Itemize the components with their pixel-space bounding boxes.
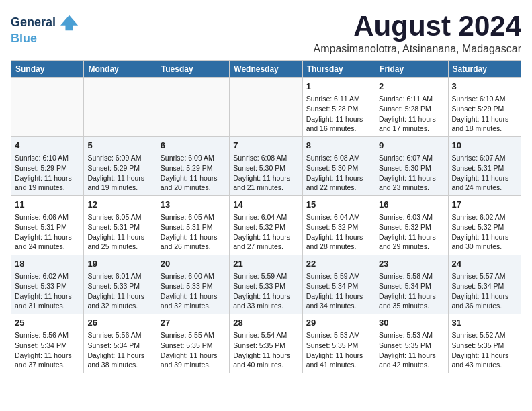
calendar-cell: 7Sunrise: 6:08 AMSunset: 5:30 PMDaylight… bbox=[230, 137, 302, 196]
day-info: Sunrise: 6:02 AMSunset: 5:32 PMDaylight:… bbox=[452, 212, 517, 252]
day-number: 14 bbox=[233, 199, 298, 211]
calendar-cell: 12Sunrise: 6:05 AMSunset: 5:31 PMDayligh… bbox=[84, 196, 157, 255]
day-number: 12 bbox=[87, 199, 152, 211]
day-number: 9 bbox=[379, 140, 444, 152]
logo: General Blue bbox=[11, 13, 79, 46]
day-info: Sunrise: 6:07 AMSunset: 5:31 PMDaylight:… bbox=[452, 153, 517, 193]
weekday-header-row: SundayMondayTuesdayWednesdayThursdayFrid… bbox=[11, 61, 521, 78]
calendar-cell: 10Sunrise: 6:07 AMSunset: 5:31 PMDayligh… bbox=[448, 137, 521, 196]
weekday-thursday: Thursday bbox=[302, 61, 375, 78]
day-number: 7 bbox=[233, 140, 298, 152]
weekday-friday: Friday bbox=[375, 61, 448, 78]
month-title: August 2024 bbox=[313, 11, 521, 42]
calendar-cell: 5Sunrise: 6:09 AMSunset: 5:29 PMDaylight… bbox=[84, 137, 157, 196]
calendar-cell: 13Sunrise: 6:05 AMSunset: 5:31 PMDayligh… bbox=[157, 196, 229, 255]
calendar-cell: 16Sunrise: 6:03 AMSunset: 5:32 PMDayligh… bbox=[375, 196, 448, 255]
day-info: Sunrise: 5:54 AMSunset: 5:35 PMDaylight:… bbox=[233, 330, 298, 370]
week-row-3: 11Sunrise: 6:06 AMSunset: 5:31 PMDayligh… bbox=[11, 196, 521, 255]
day-number: 2 bbox=[379, 81, 444, 93]
day-number: 4 bbox=[15, 140, 80, 152]
calendar-cell: 18Sunrise: 6:02 AMSunset: 5:33 PMDayligh… bbox=[11, 255, 84, 314]
day-number: 11 bbox=[15, 199, 80, 211]
day-number: 17 bbox=[452, 199, 517, 211]
calendar-cell: 20Sunrise: 6:00 AMSunset: 5:33 PMDayligh… bbox=[157, 255, 229, 314]
day-number: 26 bbox=[87, 317, 152, 329]
day-info: Sunrise: 6:04 AMSunset: 5:32 PMDaylight:… bbox=[306, 212, 371, 252]
day-info: Sunrise: 6:02 AMSunset: 5:33 PMDaylight:… bbox=[15, 271, 80, 311]
day-number: 22 bbox=[306, 258, 371, 270]
day-info: Sunrise: 6:10 AMSunset: 5:29 PMDaylight:… bbox=[452, 94, 517, 134]
calendar-cell: 21Sunrise: 5:59 AMSunset: 5:33 PMDayligh… bbox=[230, 255, 302, 314]
week-row-5: 25Sunrise: 5:56 AMSunset: 5:34 PMDayligh… bbox=[11, 314, 521, 373]
weekday-saturday: Saturday bbox=[448, 61, 521, 78]
calendar-cell bbox=[11, 78, 84, 137]
calendar-cell bbox=[84, 78, 157, 137]
day-number: 20 bbox=[161, 258, 226, 270]
weekday-tuesday: Tuesday bbox=[157, 61, 229, 78]
day-info: Sunrise: 6:01 AMSunset: 5:33 PMDaylight:… bbox=[87, 271, 152, 311]
day-number: 8 bbox=[306, 140, 371, 152]
svg-marker-0 bbox=[60, 15, 78, 30]
day-number: 15 bbox=[306, 199, 371, 211]
day-info: Sunrise: 6:08 AMSunset: 5:30 PMDaylight:… bbox=[306, 153, 371, 193]
calendar-cell: 14Sunrise: 6:04 AMSunset: 5:32 PMDayligh… bbox=[230, 196, 302, 255]
calendar-cell: 27Sunrise: 5:55 AMSunset: 5:35 PMDayligh… bbox=[157, 314, 229, 373]
day-info: Sunrise: 6:04 AMSunset: 5:32 PMDaylight:… bbox=[233, 212, 298, 252]
day-number: 6 bbox=[161, 140, 226, 152]
weekday-sunday: Sunday bbox=[11, 61, 84, 78]
page-header: General Blue August 2024 Ampasimanolotra… bbox=[11, 11, 521, 55]
calendar-body: 1Sunrise: 6:11 AMSunset: 5:28 PMDaylight… bbox=[11, 78, 521, 373]
calendar-cell: 28Sunrise: 5:54 AMSunset: 5:35 PMDayligh… bbox=[230, 314, 302, 373]
day-info: Sunrise: 6:09 AMSunset: 5:29 PMDaylight:… bbox=[161, 153, 226, 193]
day-number: 18 bbox=[15, 258, 80, 270]
day-number: 30 bbox=[379, 317, 444, 329]
day-info: Sunrise: 6:09 AMSunset: 5:29 PMDaylight:… bbox=[87, 153, 152, 193]
day-info: Sunrise: 6:11 AMSunset: 5:28 PMDaylight:… bbox=[379, 94, 444, 134]
calendar-cell: 1Sunrise: 6:11 AMSunset: 5:28 PMDaylight… bbox=[302, 78, 375, 137]
day-number: 1 bbox=[306, 81, 371, 93]
calendar-cell: 15Sunrise: 6:04 AMSunset: 5:32 PMDayligh… bbox=[302, 196, 375, 255]
day-info: Sunrise: 6:07 AMSunset: 5:30 PMDaylight:… bbox=[379, 153, 444, 193]
day-number: 24 bbox=[452, 258, 517, 270]
weekday-monday: Monday bbox=[84, 61, 157, 78]
location-title: Ampasimanolotra, Atsinanana, Madagascar bbox=[313, 43, 521, 55]
calendar-cell: 23Sunrise: 5:58 AMSunset: 5:34 PMDayligh… bbox=[375, 255, 448, 314]
day-info: Sunrise: 6:00 AMSunset: 5:33 PMDaylight:… bbox=[161, 271, 226, 311]
calendar-cell: 29Sunrise: 5:53 AMSunset: 5:35 PMDayligh… bbox=[302, 314, 375, 373]
day-info: Sunrise: 6:05 AMSunset: 5:31 PMDaylight:… bbox=[87, 212, 152, 252]
week-row-1: 1Sunrise: 6:11 AMSunset: 5:28 PMDaylight… bbox=[11, 78, 521, 137]
day-info: Sunrise: 5:52 AMSunset: 5:35 PMDaylight:… bbox=[452, 330, 517, 370]
day-number: 29 bbox=[306, 317, 371, 329]
day-info: Sunrise: 6:05 AMSunset: 5:31 PMDaylight:… bbox=[161, 212, 226, 252]
calendar-cell: 4Sunrise: 6:10 AMSunset: 5:29 PMDaylight… bbox=[11, 137, 84, 196]
calendar-cell: 31Sunrise: 5:52 AMSunset: 5:35 PMDayligh… bbox=[448, 314, 521, 373]
day-number: 10 bbox=[452, 140, 517, 152]
day-info: Sunrise: 5:55 AMSunset: 5:35 PMDaylight:… bbox=[161, 330, 226, 370]
day-info: Sunrise: 5:58 AMSunset: 5:34 PMDaylight:… bbox=[379, 271, 444, 311]
day-number: 31 bbox=[452, 317, 517, 329]
calendar-cell bbox=[157, 78, 229, 137]
calendar-cell: 11Sunrise: 6:06 AMSunset: 5:31 PMDayligh… bbox=[11, 196, 84, 255]
day-info: Sunrise: 5:59 AMSunset: 5:34 PMDaylight:… bbox=[306, 271, 371, 311]
calendar-cell: 6Sunrise: 6:09 AMSunset: 5:29 PMDaylight… bbox=[157, 137, 229, 196]
calendar-cell: 9Sunrise: 6:07 AMSunset: 5:30 PMDaylight… bbox=[375, 137, 448, 196]
week-row-2: 4Sunrise: 6:10 AMSunset: 5:29 PMDaylight… bbox=[11, 137, 521, 196]
logo-icon bbox=[60, 13, 79, 32]
day-number: 21 bbox=[233, 258, 298, 270]
day-info: Sunrise: 6:08 AMSunset: 5:30 PMDaylight:… bbox=[233, 153, 298, 193]
calendar-cell: 2Sunrise: 6:11 AMSunset: 5:28 PMDaylight… bbox=[375, 78, 448, 137]
day-info: Sunrise: 6:10 AMSunset: 5:29 PMDaylight:… bbox=[15, 153, 80, 193]
day-number: 27 bbox=[161, 317, 226, 329]
calendar-cell: 30Sunrise: 5:53 AMSunset: 5:35 PMDayligh… bbox=[375, 314, 448, 373]
day-number: 23 bbox=[379, 258, 444, 270]
day-info: Sunrise: 5:56 AMSunset: 5:34 PMDaylight:… bbox=[15, 330, 80, 370]
day-number: 19 bbox=[87, 258, 152, 270]
calendar-cell: 3Sunrise: 6:10 AMSunset: 5:29 PMDaylight… bbox=[448, 78, 521, 137]
day-number: 13 bbox=[161, 199, 226, 211]
day-info: Sunrise: 5:57 AMSunset: 5:34 PMDaylight:… bbox=[452, 271, 517, 311]
title-block: August 2024 Ampasimanolotra, Atsinanana,… bbox=[313, 11, 521, 55]
day-info: Sunrise: 5:59 AMSunset: 5:33 PMDaylight:… bbox=[233, 271, 298, 311]
calendar-cell: 25Sunrise: 5:56 AMSunset: 5:34 PMDayligh… bbox=[11, 314, 84, 373]
day-info: Sunrise: 5:53 AMSunset: 5:35 PMDaylight:… bbox=[306, 330, 371, 370]
logo-text: General Blue bbox=[11, 13, 79, 46]
